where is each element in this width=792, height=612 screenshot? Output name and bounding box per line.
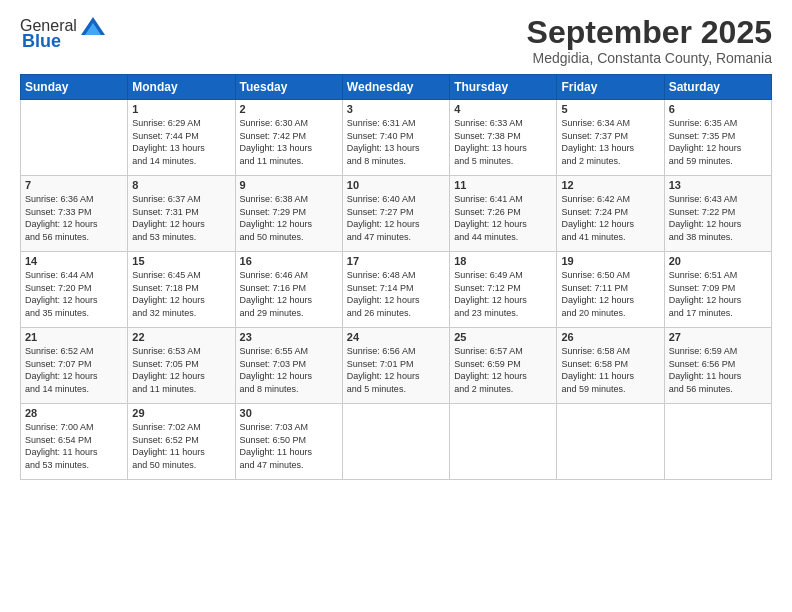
day-number: 18	[454, 255, 552, 267]
day-info: Sunrise: 6:36 AMSunset: 7:33 PMDaylight:…	[25, 193, 123, 243]
day-info: Sunrise: 6:31 AMSunset: 7:40 PMDaylight:…	[347, 117, 445, 167]
day-info: Sunrise: 6:46 AMSunset: 7:16 PMDaylight:…	[240, 269, 338, 319]
calendar-cell: 11Sunrise: 6:41 AMSunset: 7:26 PMDayligh…	[450, 176, 557, 252]
calendar-cell: 12Sunrise: 6:42 AMSunset: 7:24 PMDayligh…	[557, 176, 664, 252]
day-info: Sunrise: 6:34 AMSunset: 7:37 PMDaylight:…	[561, 117, 659, 167]
title-section: September 2025 Medgidia, Constanta Count…	[527, 15, 772, 66]
day-number: 3	[347, 103, 445, 115]
weekday-header-row: SundayMondayTuesdayWednesdayThursdayFrid…	[21, 75, 772, 100]
day-number: 22	[132, 331, 230, 343]
calendar-cell: 13Sunrise: 6:43 AMSunset: 7:22 PMDayligh…	[664, 176, 771, 252]
day-info: Sunrise: 6:41 AMSunset: 7:26 PMDaylight:…	[454, 193, 552, 243]
page: General Blue September 2025 Medgidia, Co…	[0, 0, 792, 612]
calendar-cell: 29Sunrise: 7:02 AMSunset: 6:52 PMDayligh…	[128, 404, 235, 480]
day-number: 2	[240, 103, 338, 115]
day-number: 16	[240, 255, 338, 267]
day-info: Sunrise: 6:53 AMSunset: 7:05 PMDaylight:…	[132, 345, 230, 395]
calendar-cell: 14Sunrise: 6:44 AMSunset: 7:20 PMDayligh…	[21, 252, 128, 328]
calendar-week-row: 28Sunrise: 7:00 AMSunset: 6:54 PMDayligh…	[21, 404, 772, 480]
calendar-cell: 24Sunrise: 6:56 AMSunset: 7:01 PMDayligh…	[342, 328, 449, 404]
day-info: Sunrise: 6:57 AMSunset: 6:59 PMDaylight:…	[454, 345, 552, 395]
day-number: 7	[25, 179, 123, 191]
day-number: 15	[132, 255, 230, 267]
header: General Blue September 2025 Medgidia, Co…	[20, 15, 772, 66]
day-info: Sunrise: 6:29 AMSunset: 7:44 PMDaylight:…	[132, 117, 230, 167]
day-info: Sunrise: 6:51 AMSunset: 7:09 PMDaylight:…	[669, 269, 767, 319]
calendar-cell: 16Sunrise: 6:46 AMSunset: 7:16 PMDayligh…	[235, 252, 342, 328]
day-info: Sunrise: 6:52 AMSunset: 7:07 PMDaylight:…	[25, 345, 123, 395]
calendar-cell	[557, 404, 664, 480]
logo: General Blue	[20, 15, 109, 52]
day-info: Sunrise: 6:45 AMSunset: 7:18 PMDaylight:…	[132, 269, 230, 319]
day-info: Sunrise: 6:59 AMSunset: 6:56 PMDaylight:…	[669, 345, 767, 395]
day-number: 13	[669, 179, 767, 191]
weekday-header-tuesday: Tuesday	[235, 75, 342, 100]
day-info: Sunrise: 6:49 AMSunset: 7:12 PMDaylight:…	[454, 269, 552, 319]
logo-arrow-icon	[79, 15, 107, 37]
calendar-cell: 21Sunrise: 6:52 AMSunset: 7:07 PMDayligh…	[21, 328, 128, 404]
day-number: 11	[454, 179, 552, 191]
day-number: 4	[454, 103, 552, 115]
day-number: 12	[561, 179, 659, 191]
day-number: 10	[347, 179, 445, 191]
location-subtitle: Medgidia, Constanta County, Romania	[527, 50, 772, 66]
calendar-cell	[21, 100, 128, 176]
calendar-cell: 28Sunrise: 7:00 AMSunset: 6:54 PMDayligh…	[21, 404, 128, 480]
calendar-cell: 17Sunrise: 6:48 AMSunset: 7:14 PMDayligh…	[342, 252, 449, 328]
logo-blue-text: Blue	[22, 31, 61, 52]
day-info: Sunrise: 6:33 AMSunset: 7:38 PMDaylight:…	[454, 117, 552, 167]
day-number: 21	[25, 331, 123, 343]
day-number: 28	[25, 407, 123, 419]
calendar-cell: 1Sunrise: 6:29 AMSunset: 7:44 PMDaylight…	[128, 100, 235, 176]
day-info: Sunrise: 6:58 AMSunset: 6:58 PMDaylight:…	[561, 345, 659, 395]
day-info: Sunrise: 6:43 AMSunset: 7:22 PMDaylight:…	[669, 193, 767, 243]
weekday-header-monday: Monday	[128, 75, 235, 100]
calendar-cell: 18Sunrise: 6:49 AMSunset: 7:12 PMDayligh…	[450, 252, 557, 328]
day-number: 1	[132, 103, 230, 115]
calendar-cell: 2Sunrise: 6:30 AMSunset: 7:42 PMDaylight…	[235, 100, 342, 176]
day-info: Sunrise: 6:50 AMSunset: 7:11 PMDaylight:…	[561, 269, 659, 319]
day-number: 20	[669, 255, 767, 267]
calendar-week-row: 1Sunrise: 6:29 AMSunset: 7:44 PMDaylight…	[21, 100, 772, 176]
weekday-header-sunday: Sunday	[21, 75, 128, 100]
day-info: Sunrise: 6:42 AMSunset: 7:24 PMDaylight:…	[561, 193, 659, 243]
weekday-header-wednesday: Wednesday	[342, 75, 449, 100]
day-info: Sunrise: 6:37 AMSunset: 7:31 PMDaylight:…	[132, 193, 230, 243]
day-number: 9	[240, 179, 338, 191]
weekday-header-friday: Friday	[557, 75, 664, 100]
calendar-cell: 25Sunrise: 6:57 AMSunset: 6:59 PMDayligh…	[450, 328, 557, 404]
day-info: Sunrise: 6:55 AMSunset: 7:03 PMDaylight:…	[240, 345, 338, 395]
day-number: 19	[561, 255, 659, 267]
calendar-cell: 26Sunrise: 6:58 AMSunset: 6:58 PMDayligh…	[557, 328, 664, 404]
day-number: 25	[454, 331, 552, 343]
day-number: 8	[132, 179, 230, 191]
day-number: 26	[561, 331, 659, 343]
calendar-cell: 9Sunrise: 6:38 AMSunset: 7:29 PMDaylight…	[235, 176, 342, 252]
calendar-cell: 8Sunrise: 6:37 AMSunset: 7:31 PMDaylight…	[128, 176, 235, 252]
calendar-week-row: 7Sunrise: 6:36 AMSunset: 7:33 PMDaylight…	[21, 176, 772, 252]
calendar-cell: 7Sunrise: 6:36 AMSunset: 7:33 PMDaylight…	[21, 176, 128, 252]
calendar-cell: 27Sunrise: 6:59 AMSunset: 6:56 PMDayligh…	[664, 328, 771, 404]
day-number: 27	[669, 331, 767, 343]
calendar-week-row: 14Sunrise: 6:44 AMSunset: 7:20 PMDayligh…	[21, 252, 772, 328]
day-info: Sunrise: 6:38 AMSunset: 7:29 PMDaylight:…	[240, 193, 338, 243]
calendar-cell	[342, 404, 449, 480]
calendar-cell	[664, 404, 771, 480]
day-info: Sunrise: 6:40 AMSunset: 7:27 PMDaylight:…	[347, 193, 445, 243]
calendar-cell: 5Sunrise: 6:34 AMSunset: 7:37 PMDaylight…	[557, 100, 664, 176]
day-info: Sunrise: 6:44 AMSunset: 7:20 PMDaylight:…	[25, 269, 123, 319]
day-number: 6	[669, 103, 767, 115]
day-number: 30	[240, 407, 338, 419]
weekday-header-saturday: Saturday	[664, 75, 771, 100]
calendar-cell: 3Sunrise: 6:31 AMSunset: 7:40 PMDaylight…	[342, 100, 449, 176]
calendar-cell: 30Sunrise: 7:03 AMSunset: 6:50 PMDayligh…	[235, 404, 342, 480]
day-info: Sunrise: 6:56 AMSunset: 7:01 PMDaylight:…	[347, 345, 445, 395]
calendar-week-row: 21Sunrise: 6:52 AMSunset: 7:07 PMDayligh…	[21, 328, 772, 404]
day-info: Sunrise: 6:35 AMSunset: 7:35 PMDaylight:…	[669, 117, 767, 167]
day-number: 17	[347, 255, 445, 267]
day-number: 5	[561, 103, 659, 115]
day-number: 29	[132, 407, 230, 419]
day-info: Sunrise: 7:03 AMSunset: 6:50 PMDaylight:…	[240, 421, 338, 471]
day-info: Sunrise: 7:02 AMSunset: 6:52 PMDaylight:…	[132, 421, 230, 471]
day-info: Sunrise: 6:48 AMSunset: 7:14 PMDaylight:…	[347, 269, 445, 319]
